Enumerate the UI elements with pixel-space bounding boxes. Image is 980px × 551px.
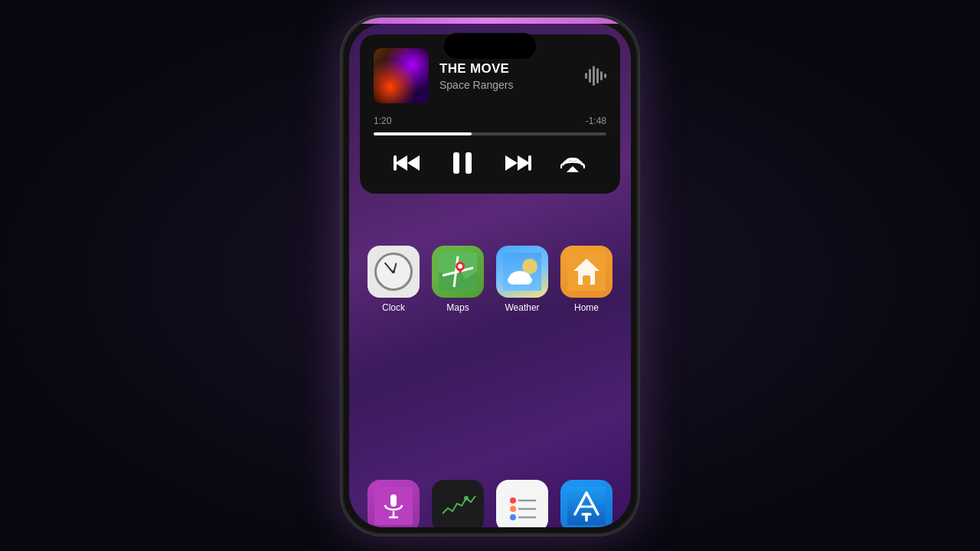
svg-rect-3 [453,152,459,174]
maps-svg [439,253,477,291]
app-item-home[interactable]: Home [559,246,614,313]
sound-wave-icon [585,66,606,86]
svg-rect-2 [394,155,397,171]
reminders-app-icon [496,480,548,527]
app-item-appstore[interactable]: App Store [559,480,614,527]
progress-bar-background[interactable] [374,132,606,135]
stocks-svg [439,487,477,525]
forward-button[interactable] [501,146,534,180]
svg-rect-4 [466,152,472,174]
podcasts-svg [374,487,413,525]
rewind-button[interactable] [390,146,424,180]
scene: THE MOVE Space Rangers 1:20 [0,0,980,551]
maps-app-icon [432,246,484,298]
app-item-podcasts[interactable]: Podcasts [366,480,421,527]
svg-point-19 [520,276,532,285]
svg-point-34 [510,514,516,520]
svg-point-32 [510,506,516,512]
weather-app-icon [496,246,548,298]
airplay-button[interactable] [556,146,590,180]
app-grid-row2: Podcasts Stocks [360,480,620,527]
maps-app-label: Maps [446,302,469,313]
phone-screen: THE MOVE Space Rangers 1:20 [349,24,631,527]
svg-point-28 [464,496,469,500]
app-grid-row1: Clock [360,246,620,313]
weather-app-label: Weather [505,302,539,313]
svg-point-30 [510,497,516,504]
pause-button[interactable] [446,146,479,180]
time-remaining: -1:48 [586,116,606,126]
weather-svg [503,253,541,291]
appstore-app-icon [560,480,612,527]
svg-point-18 [508,276,520,285]
clock-app-icon [368,246,420,298]
stocks-app-icon [432,480,484,527]
svg-marker-6 [505,155,518,171]
time-elapsed: 1:20 [374,116,391,126]
app-item-maps[interactable]: Maps [430,246,485,313]
track-artist: Space Rangers [439,79,574,91]
svg-rect-24 [390,494,397,507]
track-title: THE MOVE [439,61,574,77]
wave-bar-3 [593,66,595,86]
appstore-svg [567,487,606,525]
wave-bar-6 [604,73,606,78]
svg-marker-5 [518,155,530,171]
reminders-svg [503,487,541,525]
wave-bar-1 [585,73,587,79]
svg-marker-0 [395,155,407,171]
wave-bar-4 [596,68,599,83]
wave-bar-2 [589,69,591,83]
home-app-label: Home [574,302,599,313]
album-art [374,48,429,103]
svg-marker-1 [407,155,420,171]
wave-bar-5 [600,71,603,80]
clock-center-dot [392,270,395,273]
progress-times: 1:20 -1:48 [374,116,606,126]
dynamic-island [444,33,536,59]
clock-face [374,253,413,291]
progress-section[interactable]: 1:20 -1:48 [374,116,606,135]
svg-rect-27 [439,487,477,525]
app-item-reminders[interactable]: Reminders [495,480,550,527]
svg-rect-29 [503,487,541,525]
app-item-weather[interactable]: Weather [495,246,550,313]
svg-rect-7 [528,155,531,171]
app-item-clock[interactable]: Clock [366,246,421,313]
track-info: THE MOVE Space Rangers [439,61,574,91]
progress-bar-fill [374,132,472,135]
svg-rect-22 [583,276,590,285]
podcasts-app-icon [368,480,420,527]
app-item-stocks[interactable]: Stocks [430,480,485,527]
home-svg [567,253,606,291]
playback-controls [374,146,606,180]
svg-point-14 [458,264,462,269]
clock-app-label: Clock [382,302,405,313]
phone-frame: THE MOVE Space Rangers 1:20 [341,15,639,536]
home-app-icon [560,246,612,298]
